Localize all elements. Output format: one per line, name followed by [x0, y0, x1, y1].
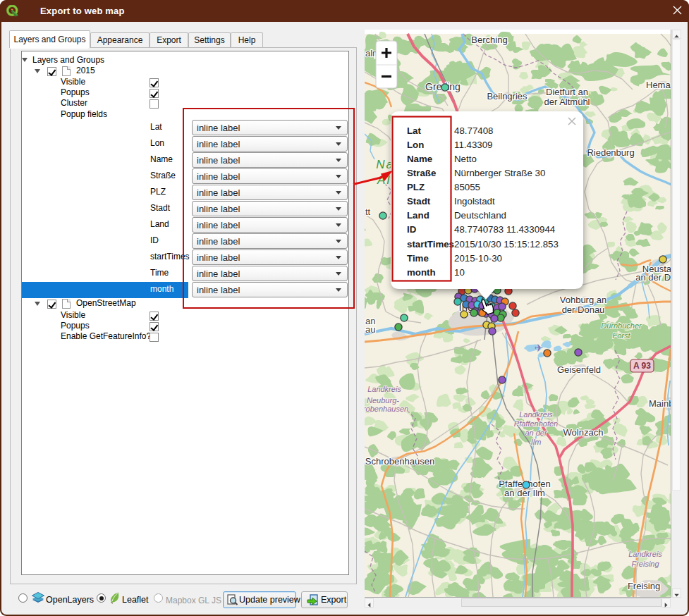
svg-text:an der Dor: an der Dor	[635, 272, 671, 283]
svg-text:an der Ilm: an der Ilm	[504, 488, 545, 498]
svg-text:Wolnzach: Wolnzach	[563, 427, 604, 438]
svg-text:48.7740783 11.4330944: 48.7740783 11.4330944	[454, 224, 555, 235]
svg-text:Lon: Lon	[407, 140, 424, 150]
svg-text:11.43309: 11.43309	[454, 140, 492, 150]
svg-text:48.77408: 48.77408	[454, 125, 493, 136]
svg-text:Time: Time	[407, 253, 429, 264]
svg-text:Deutschland: Deutschland	[454, 210, 506, 221]
svg-text:Dürnbucher: Dürnbucher	[601, 321, 642, 330]
svg-text:au: au	[365, 324, 375, 335]
svg-text:2015-10-30: 2015-10-30	[454, 253, 502, 264]
svg-text:Riedenburg: Riedenburg	[587, 147, 634, 158]
svg-text:Forst: Forst	[612, 331, 630, 340]
svg-text:Geisenfeld: Geisenfeld	[557, 364, 601, 375]
svg-text:Vohburg an: Vohburg an	[560, 295, 607, 305]
svg-text:Hemau: Hemau	[646, 80, 671, 90]
svg-text:Netto: Netto	[454, 154, 477, 164]
svg-text:Freising: Freising	[628, 581, 660, 591]
svg-text:Beilngries: Beilngries	[487, 91, 528, 101]
svg-text:Neuburg-: Neuburg-	[367, 396, 399, 405]
svg-text:Lat: Lat	[407, 125, 422, 136]
svg-text:Ilm: Ilm	[531, 438, 542, 446]
svg-text:Mainb: Mainb	[649, 398, 671, 409]
svg-text:Dietfurt an: Dietfurt an	[546, 87, 588, 97]
svg-text:month: month	[407, 267, 436, 278]
svg-text:Land: Land	[407, 210, 429, 221]
svg-text:der Altmühl: der Altmühl	[544, 97, 590, 107]
svg-text:robenhausen: robenhausen	[365, 405, 408, 413]
svg-text:10: 10	[454, 267, 465, 278]
svg-text:Stadt: Stadt	[407, 196, 431, 207]
svg-text:der Donau: der Donau	[562, 304, 605, 315]
svg-text:startTimes: startTimes	[407, 239, 454, 250]
svg-text:Landkreis: Landkreis	[519, 410, 553, 419]
svg-text:Pfaffenhofen: Pfaffenhofen	[514, 419, 558, 428]
svg-text:Berching: Berching	[471, 35, 507, 45]
svg-text:an der: an der	[525, 429, 548, 437]
svg-text:✈: ✈	[535, 342, 544, 354]
svg-text:Nürnberger Straße 30: Nürnberger Straße 30	[454, 168, 545, 178]
svg-text:tt: tt	[365, 207, 371, 217]
svg-text:85055: 85055	[454, 182, 480, 192]
svg-text:ID: ID	[407, 224, 417, 235]
svg-text:Ingolstadt: Ingolstadt	[454, 196, 495, 207]
svg-text:A 93: A 93	[633, 361, 651, 371]
svg-text:Schrobenhausen: Schrobenhausen	[365, 456, 434, 467]
svg-text:Landkreis: Landkreis	[628, 550, 662, 558]
svg-text:Landkreis: Landkreis	[367, 385, 401, 393]
svg-text:2015/10/30 15:15:12.853: 2015/10/30 15:15:12.853	[454, 239, 559, 250]
svg-text:Freising: Freising	[631, 560, 659, 568]
